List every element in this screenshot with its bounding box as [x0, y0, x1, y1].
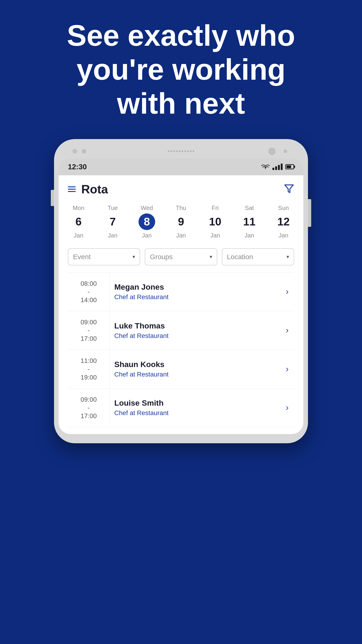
time-end: 19:00 — [81, 373, 97, 382]
battery-icon — [285, 164, 294, 169]
calendar-day-11[interactable]: Sat11Jan — [241, 204, 258, 239]
signal-icon — [272, 164, 283, 170]
day-name: Sat — [245, 204, 254, 212]
schedule-item[interactable]: 11:00 - 19:00 Shaun Kooks Chef at Restau… — [68, 350, 294, 388]
hamburger-button[interactable] — [68, 186, 76, 192]
power-button — [308, 199, 311, 227]
time-start: 08:00 — [81, 279, 97, 288]
time-dash: - — [87, 366, 90, 373]
time-start: 11:00 — [81, 356, 97, 365]
app-content: Rota Mon6JanTue7JanWed8JanThu9JanFri10Ja… — [59, 175, 303, 434]
calendar-day-9[interactable]: Thu9Jan — [173, 204, 189, 239]
person-column: Shaun Kooks Chef at Restaurant — [109, 350, 280, 388]
schedule-item[interactable]: 08:00 - 14:00 Megan Jones Chef at Restau… — [68, 272, 294, 311]
day-number: 9 — [173, 214, 189, 230]
front-camera-top-right — [268, 148, 276, 155]
calendar-row: Mon6JanTue7JanWed8JanThu9JanFri10JanSat1… — [68, 204, 294, 239]
time-dash: - — [87, 288, 90, 296]
battery-fill — [287, 166, 291, 168]
calendar-day-10[interactable]: Fri10Jan — [207, 204, 224, 239]
chevron-right-icon[interactable]: › — [280, 311, 294, 350]
time-end: 17:00 — [81, 412, 97, 420]
status-icons — [261, 164, 294, 170]
schedule-item[interactable]: 09:00 - 17:00 Louise Smith Chef at Resta… — [68, 388, 294, 427]
day-number: 7 — [104, 214, 121, 230]
hero-text: See exactly who you're working with next — [0, 18, 362, 120]
calendar-day-8[interactable]: Wed8Jan — [138, 204, 155, 239]
calendar-day-12[interactable]: Sun12Jan — [275, 204, 292, 239]
person-name: Megan Jones — [114, 282, 276, 292]
schedule-list: 08:00 - 14:00 Megan Jones Chef at Restau… — [68, 272, 294, 427]
time-end: 17:00 — [81, 334, 97, 343]
chevron-right-symbol: › — [286, 326, 289, 335]
day-month: Jan — [176, 232, 186, 239]
event-dropdown[interactable]: Event ▾ — [68, 248, 140, 266]
wifi-icon — [261, 164, 270, 170]
chevron-right-symbol: › — [286, 287, 289, 296]
filter-row: Event ▾ Groups ▾ Location ▾ — [68, 248, 294, 266]
time-column: 09:00 - 17:00 — [68, 388, 109, 427]
day-number: 6 — [70, 214, 87, 230]
event-dropdown-arrow: ▾ — [132, 254, 135, 260]
groups-dropdown[interactable]: Groups ▾ — [145, 248, 217, 266]
day-name: Sun — [278, 204, 289, 212]
time-column: 09:00 - 17:00 — [68, 311, 109, 350]
time-column: 08:00 - 14:00 — [68, 272, 109, 311]
person-name: Shaun Kooks — [114, 360, 276, 369]
chevron-right-icon[interactable]: › — [280, 350, 294, 388]
time-start: 09:00 — [81, 395, 97, 404]
person-name: Louise Smith — [114, 398, 276, 408]
phone-shell: 12:30 — [54, 139, 308, 444]
hamburger-line-2 — [68, 189, 76, 190]
person-name: Luke Thomas — [114, 321, 276, 330]
person-column: Louise Smith Chef at Restaurant — [109, 388, 280, 427]
day-name: Wed — [141, 204, 153, 212]
time-column: 11:00 - 19:00 — [68, 350, 109, 388]
header-left: Rota — [68, 182, 108, 196]
groups-label: Groups — [150, 253, 172, 261]
schedule-item[interactable]: 09:00 - 17:00 Luke Thomas Chef at Restau… — [68, 311, 294, 350]
speaker-dots — [168, 150, 194, 152]
person-role: Chef at Restaurant — [114, 293, 276, 301]
calendar-day-6[interactable]: Mon6Jan — [70, 204, 87, 239]
location-dropdown[interactable]: Location ▾ — [222, 248, 294, 266]
mic-dot — [284, 150, 287, 153]
svg-marker-0 — [285, 185, 294, 192]
status-bar: 12:30 — [59, 158, 303, 175]
day-month: Jan — [142, 232, 152, 239]
chevron-right-icon[interactable]: › — [280, 272, 294, 311]
time-dash: - — [87, 326, 90, 334]
person-column: Luke Thomas Chef at Restaurant — [109, 311, 280, 350]
hero-line1: See exactly who — [67, 19, 295, 52]
day-name: Fri — [212, 204, 219, 212]
front-camera-left — [72, 149, 77, 154]
day-month: Jan — [74, 232, 83, 239]
person-role: Chef at Restaurant — [114, 409, 276, 417]
day-month: Jan — [210, 232, 220, 239]
day-number: 8 — [138, 214, 155, 230]
hero-line2: you're working — [76, 53, 285, 86]
calendar-day-7[interactable]: Tue7Jan — [104, 204, 121, 239]
phone-mockup: 12:30 — [54, 139, 308, 444]
day-name: Tue — [108, 204, 118, 212]
app-title: Rota — [81, 182, 108, 196]
person-role: Chef at Restaurant — [114, 332, 276, 340]
hamburger-line-3 — [68, 191, 76, 192]
app-header: Rota — [68, 182, 294, 196]
location-label: Location — [227, 253, 253, 261]
day-month: Jan — [279, 232, 288, 239]
volume-button — [51, 190, 54, 206]
time-dash: - — [87, 404, 90, 412]
day-month: Jan — [245, 232, 254, 239]
chevron-right-symbol: › — [286, 364, 289, 374]
person-role: Chef at Restaurant — [114, 371, 276, 378]
front-camera-right — [82, 149, 86, 154]
location-dropdown-arrow: ▾ — [287, 254, 289, 260]
day-number: 10 — [207, 214, 224, 230]
person-column: Megan Jones Chef at Restaurant — [109, 272, 280, 311]
chevron-right-icon[interactable]: › — [280, 388, 294, 427]
day-number: 12 — [275, 214, 292, 230]
filter-icon-button[interactable] — [284, 184, 294, 195]
day-number: 11 — [241, 214, 258, 230]
hamburger-line-1 — [68, 186, 76, 187]
